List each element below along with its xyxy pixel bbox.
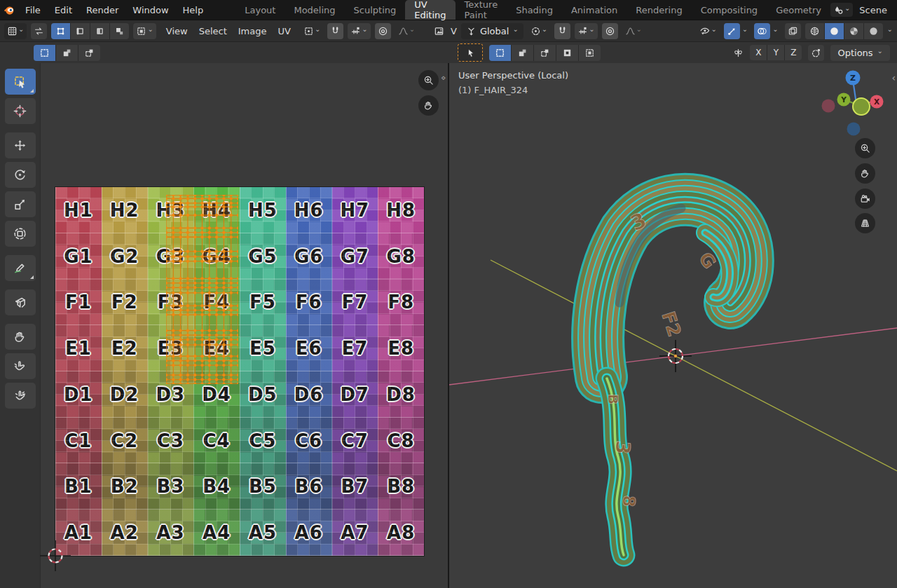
uv-select-vertex-button[interactable] [51,23,71,39]
menu-window[interactable]: Window [125,0,175,20]
select-invert-button[interactable] [556,45,579,61]
mirror-icon[interactable] [733,48,744,58]
menu-render[interactable]: Render [79,0,125,20]
mirror-axis-x[interactable]: X [750,45,767,60]
show-gizmo-toggle[interactable] [724,23,740,39]
falloff-dropdown[interactable]: ⌄ [622,23,645,39]
uv-falloff-dropdown[interactable]: ⌄ [395,23,418,39]
uv-sync-selection-toggle[interactable] [31,23,47,39]
menu-help[interactable]: Help [176,0,211,20]
snap-base-button[interactable] [808,45,824,61]
grid-cell-C8: C8 [378,418,424,464]
tab-modeling[interactable]: Modeling [285,0,344,20]
select-set-button[interactable] [34,45,56,61]
select-subtract-button[interactable] [78,45,100,61]
tab-animation[interactable]: Animation [562,0,626,20]
uv-2d-cursor[interactable] [40,540,71,571]
clipped-view-menu[interactable]: V [451,26,457,36]
tab-layout[interactable]: Layout [235,0,285,20]
scene-browse-button[interactable]: ⌄ [830,3,853,17]
tab-texture-paint[interactable]: Texture Paint [456,0,507,20]
uv-pivot-dropdown[interactable]: ⌄ [301,23,323,39]
tab-rendering[interactable]: Rendering [626,0,691,20]
uv-island-selection[interactable] [166,195,238,384]
uv-snap-with-dropdown[interactable]: ⌄ [348,23,370,39]
navigation-gizmo[interactable]: ZYX [814,67,891,140]
viewport-ortho-button[interactable] [855,213,875,233]
move-tool[interactable] [5,132,36,158]
uv-proportional-edit-toggle[interactable] [375,23,391,39]
uv-select-face-button[interactable] [90,23,110,39]
cursor-tool[interactable] [5,98,36,124]
sticky-selection-dropdown[interactable]: ⌄ [133,23,156,39]
uv-menu-select[interactable]: Select [193,26,233,36]
rip-region-tool[interactable] [5,289,36,315]
scene-icon [833,5,844,15]
show-overlays-toggle[interactable] [754,23,770,39]
snap-with-dropdown[interactable]: ⌄ [575,23,597,39]
tab-sculpting[interactable]: Sculpting [345,0,406,20]
scale-tool[interactable] [5,191,36,217]
pane-divider[interactable] [448,20,449,588]
grid-cell-H5: H5 [240,187,286,233]
transform-orientation-dropdown[interactable]: Global ⌄ [461,23,523,39]
mirror-axis-z[interactable]: Z [785,45,802,60]
editor-type-button[interactable]: ⌄ [4,23,27,39]
blender-logo-icon[interactable] [0,5,18,15]
snap-toggle[interactable] [554,23,570,39]
uv-zoom-button[interactable] [418,70,439,90]
viewport-camera-button[interactable] [855,189,875,209]
uv-snap-toggle[interactable] [327,23,343,39]
shading-material-button[interactable] [844,23,864,39]
relax-tool[interactable] [5,353,36,379]
shading-wireframe-button[interactable] [805,23,825,39]
select-subtract-button[interactable] [534,45,556,61]
viewport-pan-button[interactable] [855,163,875,184]
grid-cell-label: D7 [341,384,370,405]
chevron-down-icon[interactable]: ⌄ [770,26,780,33]
xray-toggle[interactable] [785,23,801,39]
uv-pan-button[interactable] [418,95,439,116]
uv-menu-image[interactable]: Image [233,26,273,36]
uv-menu-view[interactable]: View [160,26,193,36]
vertex-select-icon [55,26,66,36]
shading-rendered-button[interactable] [864,23,883,39]
xray-icon [788,26,798,36]
uv-select-edge-button[interactable] [71,23,90,39]
object-visibility-dropdown[interactable]: ⌄ [697,23,719,39]
pinch-tool[interactable] [5,383,36,409]
chevron-down-icon[interactable]: ⌄ [887,26,893,33]
uv-select-island-button[interactable] [110,23,129,39]
rotate-tool[interactable] [5,162,36,188]
tab-geometry[interactable]: Geometry [767,0,830,20]
pivot-point-dropdown[interactable]: ⌄ [528,23,550,39]
transform-tool[interactable] [5,221,36,247]
select-extend-button[interactable] [56,45,78,61]
select-set-button[interactable] [489,45,512,61]
proportional-edit-toggle[interactable] [602,23,618,39]
select-intersect-button[interactable] [579,45,601,61]
options-dropdown[interactable]: Options ⌄ [830,45,890,61]
menu-edit[interactable]: Edit [48,0,79,20]
grab-tool[interactable] [5,324,36,350]
pane-resize-handle[interactable]: ‹› [441,72,444,83]
sidebar-collapse-arrow[interactable]: ‹ [891,72,896,83]
grid-cell-label: C4 [203,430,231,451]
viewport-scene[interactable]: 3GF2B38 [449,63,897,588]
uv-menu-uv[interactable]: UV [272,26,296,36]
tab-compositing[interactable]: Compositing [692,0,767,20]
shading-solid-button[interactable] [825,23,844,39]
viewport-3d: 3GF2B38 User Perspective (Local) (1) F_H… [449,63,897,588]
annotate-tool[interactable] [5,255,36,281]
select-extend-button[interactable] [512,45,534,61]
mirror-axis-y[interactable]: Y [767,45,785,60]
active-tool-button[interactable] [458,43,483,62]
select-box-tool[interactable] [5,69,36,95]
grid-cell-C2: C2 [102,418,148,464]
chevron-down-icon[interactable]: ⌄ [740,26,750,33]
image-browse-button[interactable] [431,23,447,39]
viewport-zoom-button[interactable] [855,138,875,158]
menu-file[interactable]: File [18,0,48,20]
tab-uv-editing[interactable]: UV Editing [405,0,455,20]
tab-shading[interactable]: Shading [507,0,562,20]
